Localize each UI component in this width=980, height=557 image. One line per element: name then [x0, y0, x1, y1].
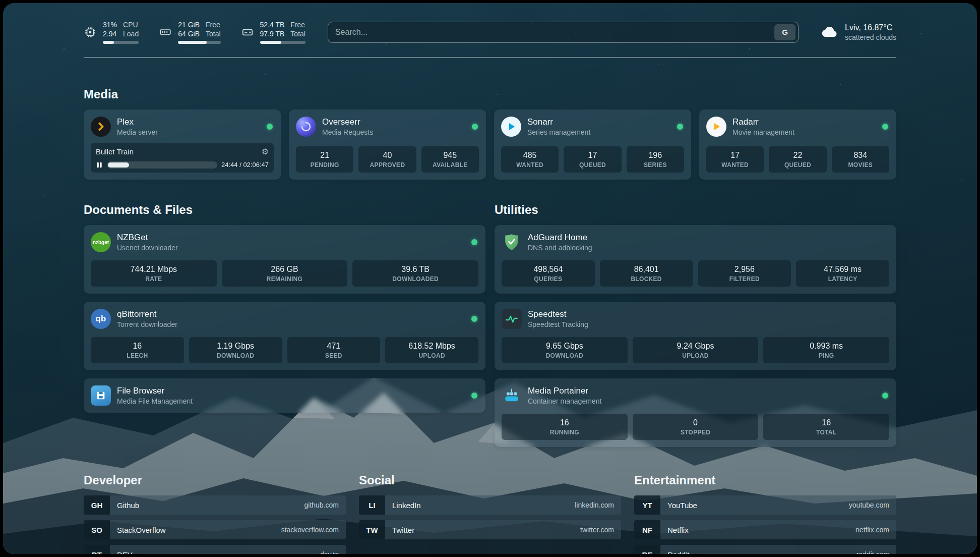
playback-time: 24:44 / 02:06:47 [221, 161, 269, 169]
service-subtitle: Usenet downloader [117, 244, 178, 252]
stat-queued: 17 QUEUED [564, 146, 621, 173]
adguard-stats: 498,564 QUERIES 86,401 BLOCKED 2,956 FIL… [502, 260, 889, 287]
service-name: Speedtest [528, 309, 588, 319]
bookmark-group-entertainment: Entertainment YT YouTube youtube.com NF … [634, 473, 896, 554]
portainer-card[interactable]: Media Portainer Container management 16 … [495, 378, 896, 447]
bookmark-stackoverflow[interactable]: SO StackOverflow stackoverflow.com [84, 520, 346, 539]
service-subtitle: Series management [527, 128, 590, 136]
progress-fill [178, 41, 207, 44]
playback-progress[interactable] [107, 161, 217, 169]
now-playing-title: Bullet Train [96, 147, 134, 156]
stat-running: 16 RUNNING [502, 414, 628, 440]
nzbget-icon: nzbget [91, 232, 111, 252]
bookmark-domain: github.com [304, 501, 346, 509]
gear-icon[interactable]: ⚙ [262, 147, 269, 156]
weather-condition: scattered clouds [845, 33, 896, 41]
bookmark-abbr: NF [634, 520, 660, 539]
search-input[interactable] [335, 28, 774, 37]
section-documents: Documents & Files nzbget NZBGet Usenet d… [84, 203, 485, 447]
bookmark-domain: youtube.com [849, 501, 896, 509]
stat-downloaded: 39.6 TB DOWNLOADED [352, 260, 478, 287]
service-name: File Browser [117, 386, 193, 396]
stat-rate: 744.21 Mbps RATE [91, 260, 217, 287]
service-name: Sonarr [527, 117, 590, 127]
plex-card[interactable]: Plex Media server Bullet Train ⚙ [84, 109, 281, 180]
service-name: qBittorrent [117, 309, 177, 319]
stars-decoration [3, 3, 4, 4]
stat-latency: 47.569 ms LATENCY [796, 260, 889, 287]
section-utilities: Utilities [495, 203, 896, 447]
memory-progress [178, 41, 220, 44]
bookmark-github[interactable]: GH Github github.com [84, 495, 346, 515]
service-name: Radarr [732, 117, 794, 127]
bookmark-domain: netflix.com [855, 526, 896, 534]
stat-total: 16 TOTAL [763, 414, 889, 440]
status-dot [472, 124, 478, 130]
qbittorrent-card[interactable]: qb qBittorrent Torrent downloader 16 [84, 302, 485, 370]
disk-icon [241, 26, 254, 39]
bookmark-twitter[interactable]: TW Twitter twitter.com [359, 520, 621, 539]
weather-location: Lviv, 16.87°C [845, 23, 896, 32]
entertainment-group-title: Entertainment [634, 473, 896, 487]
service-subtitle: Media server [117, 128, 158, 136]
bookmark-domain: reddit.com [856, 550, 896, 554]
overseerr-card[interactable]: Overseerr Media Requests 21 PENDING 40 A… [289, 109, 486, 180]
status-dot [471, 393, 477, 399]
playback-progress-fill [108, 162, 129, 168]
status-dot [677, 124, 683, 130]
bookmark-name: Github [110, 501, 304, 510]
portainer-stats: 16 RUNNING 0 STOPPED 16 TOTAL [502, 414, 889, 440]
bookmark-youtube[interactable]: YT YouTube youtube.com [634, 495, 896, 515]
cpu-load-value: 2.94 [103, 29, 117, 38]
speedtest-card[interactable]: Speedtest Speedtest Tracking 9.65 Gbps D… [495, 302, 896, 370]
service-subtitle: Movie management [732, 128, 794, 136]
stat-available: 945 AVAILABLE [421, 146, 479, 173]
cpu-progress [103, 41, 139, 44]
bookmark-reddit[interactable]: RE Reddit reddit.com [634, 545, 896, 554]
bookmark-abbr: TW [359, 520, 385, 539]
cpu-usage-value: 31% [103, 20, 117, 29]
service-name: Overseerr [322, 117, 373, 127]
radarr-card[interactable]: Radarr Movie management 17 WANTED 22 QUE… [699, 109, 896, 180]
bookmark-dev[interactable]: DT DEV dev.to [84, 545, 346, 554]
bookmark-linkedin[interactable]: LI LinkedIn linkedin.com [359, 495, 621, 515]
stat-remaining: 266 GB REMAINING [222, 260, 348, 287]
status-dot [471, 316, 477, 322]
cpu-icon [84, 26, 97, 39]
memory-free-label: Free [206, 20, 221, 29]
stat-upload: 9.24 Gbps UPLOAD [633, 337, 759, 363]
resource-widgets: 31% 2.94 CPU Load [84, 20, 305, 44]
pause-icon[interactable] [96, 161, 103, 169]
bookmark-name: Twitter [385, 526, 580, 534]
stat-upload: 618.52 Mbps UPLOAD [385, 337, 478, 363]
sonarr-stats: 485 WANTED 17 QUEUED 196 SERIES [501, 146, 684, 173]
memory-widget: 21 GiB 64 GiB Free Total [159, 20, 220, 44]
sonarr-card[interactable]: Sonarr Series management 485 WANTED 17 Q… [494, 109, 691, 180]
bookmark-name: Reddit [660, 550, 856, 554]
service-subtitle: Torrent downloader [117, 320, 177, 328]
adguard-icon [502, 232, 522, 252]
sonarr-icon [501, 117, 521, 137]
memory-free-value: 21 GiB [178, 20, 200, 29]
bookmark-domain: stackoverflow.com [281, 526, 346, 534]
nzbget-card[interactable]: nzbget NZBGet Usenet downloader 744.21 M… [84, 225, 485, 294]
bookmark-abbr: LI [359, 495, 385, 515]
bookmark-netflix[interactable]: NF Netflix netflix.com [634, 520, 896, 539]
stat-series: 196 SERIES [627, 146, 684, 173]
overseerr-stats: 21 PENDING 40 APPROVED 945 AVAILABLE [296, 146, 479, 173]
bookmark-name: LinkedIn [385, 501, 575, 510]
adguard-card[interactable]: AdGuard Home DNS and adblocking 498,564 … [495, 225, 896, 294]
media-section-title: Media [84, 87, 896, 101]
search-provider-button[interactable]: G [774, 24, 795, 40]
top-bar: 31% 2.94 CPU Load [84, 20, 896, 44]
section-media: Media Plex Media server [84, 87, 896, 180]
service-subtitle: Container management [528, 397, 601, 405]
plex-now-playing: Bullet Train ⚙ 24:44 / 02:06:47 [91, 143, 274, 173]
service-name: Media Portainer [528, 386, 601, 396]
bookmark-name: YouTube [660, 501, 849, 510]
bookmark-abbr: GH [84, 495, 110, 515]
bookmark-abbr: SO [84, 520, 110, 539]
filebrowser-card[interactable]: File Browser Media File Management [84, 378, 485, 413]
service-subtitle: DNS and adblocking [528, 244, 592, 252]
weather-widget: Lviv, 16.87°C scattered clouds [821, 23, 896, 41]
